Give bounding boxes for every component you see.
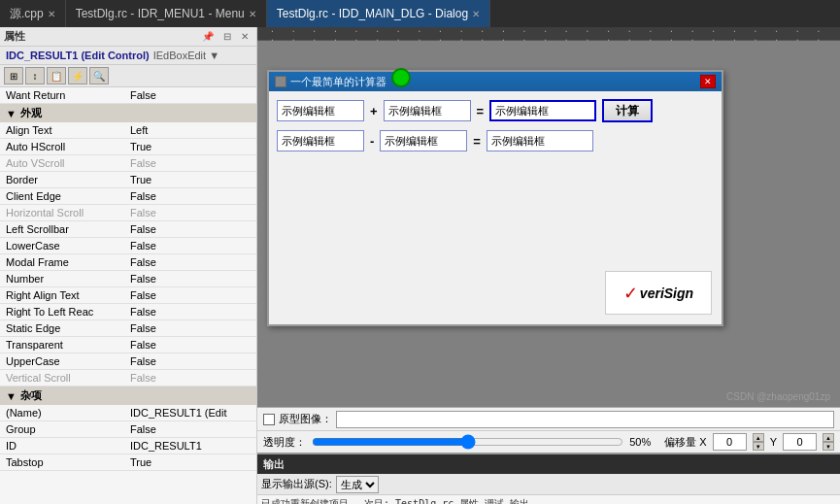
prop-transparent-value: False <box>126 337 256 353</box>
toolbar-props-btn[interactable]: 📋 <box>47 67 66 84</box>
tab-dialog[interactable]: TestDlg.rc - IDD_MAIN_DLG - Dialog ✕ <box>267 0 490 27</box>
watermark: CSDN @zhaopeng01zp <box>726 391 830 402</box>
prop-want-return[interactable]: Want Return False <box>0 87 256 104</box>
bottom-area: 原型图像： 透明度： 50% 偏移量 X ▲ ▼ Y ▲ ▼ <box>257 407 840 504</box>
prop-tabstop[interactable]: Tabstop True <box>0 454 256 471</box>
toolbar-grid-btn[interactable]: ⊞ <box>4 67 23 84</box>
dialog-box3-row1[interactable]: 示例编辑框 <box>489 100 596 121</box>
dialog-box1-row2[interactable]: 示例编辑框 <box>277 130 364 151</box>
props-toolbar: ⊞ ↕ 📋 ⚡ 🔍 <box>0 65 256 87</box>
prop-name-value: IDC_RESULT1 (Edit <box>126 405 256 420</box>
tab-dialog-label: TestDlg.rc - IDD_MAIN_DLG - Dialog <box>277 7 468 20</box>
tab-bar: 源.cpp ✕ TestDlg.rc - IDR_MENU1 - Menu ✕ … <box>0 0 840 27</box>
tab-sources-close[interactable]: ✕ <box>48 9 55 19</box>
prop-right-to-left-name: Right To Left Reac <box>0 304 126 319</box>
alpha-row: 透明度： 50% 偏移量 X ▲ ▼ Y ▲ ▼ <box>257 431 840 453</box>
prop-right-to-left[interactable]: Right To Left Reac False <box>0 304 256 320</box>
prop-static-edge-value: False <box>126 320 256 336</box>
spin-y-up[interactable]: ▲ <box>823 433 834 442</box>
prop-left-scrollbar-value: False <box>126 221 256 237</box>
toolbar-event-btn[interactable]: ⚡ <box>68 67 87 84</box>
dialog-box2-row2[interactable]: 示例编辑框 <box>380 130 467 151</box>
props-list: Want Return False ▼ 外观 Align Text Left A… <box>0 87 256 504</box>
dialog-close-btn[interactable]: ✕ <box>700 75 716 88</box>
prop-auto-vscroll[interactable]: Auto VScroll False <box>0 155 256 172</box>
prop-id[interactable]: ID IDC_RESULT1 <box>0 438 256 454</box>
offset-y-input[interactable] <box>783 433 817 451</box>
offset-x-input[interactable] <box>713 433 747 451</box>
dialog-box3-row1-text: 示例编辑框 <box>495 104 549 118</box>
spin-x-up[interactable]: ▲ <box>753 433 764 442</box>
prop-client-edge-name: Client Edge <box>0 188 126 204</box>
toolbar-search-btn[interactable]: 🔍 <box>89 67 109 84</box>
dialog-box3-row2[interactable]: 示例编辑框 <box>487 130 593 151</box>
dialog-minus-label: - <box>370 134 374 149</box>
prop-align-text[interactable]: Align Text Left <box>0 122 256 139</box>
spin-y-down[interactable]: ▼ <box>823 442 834 451</box>
prop-auto-vscroll-value: False <box>126 155 256 171</box>
prop-group[interactable]: Group False <box>0 421 256 438</box>
image-checkbox[interactable] <box>263 414 275 425</box>
prop-border-name: Border <box>0 172 126 187</box>
category-appearance-arrow: ▼ <box>6 108 17 119</box>
toolbar-sort-btn[interactable]: ↕ <box>25 67 45 84</box>
output-source-select[interactable]: 生成 <box>336 476 379 493</box>
dialog-box2-row1[interactable]: 示例编辑框 <box>384 100 471 121</box>
tab-sources[interactable]: 源.cpp ✕ <box>0 0 66 27</box>
dialog-row-2: 示例编辑框 - 示例编辑框 = 示例编辑框 <box>277 130 714 151</box>
prop-horizontal-scroll[interactable]: Horizontal Scroll False <box>0 205 256 221</box>
prop-name[interactable]: (Name) IDC_RESULT1 (Edit <box>0 405 256 421</box>
properties-panel: 属性 📌 ⊟ ✕ IDC_RESULT1 (Edit Control) IEdB… <box>0 27 257 504</box>
dialog-icon <box>275 76 286 87</box>
calc-button[interactable]: 计算 <box>602 99 653 122</box>
category-appearance[interactable]: ▼ 外观 <box>0 104 256 122</box>
prop-transparent[interactable]: Transparent False <box>0 337 256 353</box>
props-id-row: IDC_RESULT1 (Edit Control) IEdBoxEdit ▼ <box>0 47 256 65</box>
dialog-box1-row1[interactable]: 示例编辑框 <box>277 100 364 121</box>
offset-y-spin[interactable]: ▲ ▼ <box>823 433 834 451</box>
dialog-body: 示例编辑框 + 示例编辑框 = 示例编辑框 计算 <box>269 91 722 324</box>
image-input[interactable] <box>336 411 834 428</box>
prop-auto-hscroll[interactable]: Auto HScroll True <box>0 139 256 155</box>
prop-group-name: Group <box>0 421 126 437</box>
prop-align-text-name: Align Text <box>0 122 126 138</box>
prop-client-edge[interactable]: Client Edge False <box>0 188 256 205</box>
category-misc-arrow: ▼ <box>6 390 17 402</box>
offset-x-spin[interactable]: ▲ ▼ <box>753 433 764 451</box>
control-type: IEdBoxEdit ▼ <box>153 50 219 61</box>
prop-auto-vscroll-name: Auto VScroll <box>0 155 126 171</box>
prop-number[interactable]: Number False <box>0 271 256 287</box>
alpha-slider[interactable] <box>312 435 623 449</box>
prop-tabstop-value: True <box>126 454 256 470</box>
prop-border[interactable]: Border True <box>0 172 256 188</box>
props-pin-btn[interactable]: 📌 <box>198 30 218 43</box>
prop-lowercase[interactable]: LowerCase False <box>0 238 256 254</box>
prop-vertical-scroll[interactable]: Vertical Scroll False <box>0 370 256 386</box>
offset-y-label: Y <box>770 436 777 448</box>
tab-menu-close[interactable]: ✕ <box>249 9 256 19</box>
prop-static-edge[interactable]: Static Edge False <box>0 320 256 337</box>
props-header-controls: 📌 ⊟ ✕ <box>198 30 252 43</box>
prop-uppercase[interactable]: UpperCase False <box>0 353 256 370</box>
category-misc[interactable]: ▼ 杂项 <box>0 386 256 405</box>
tab-dialog-close[interactable]: ✕ <box>472 9 480 19</box>
props-float-btn[interactable]: ⊟ <box>219 30 235 43</box>
prop-group-value: False <box>126 421 256 437</box>
prop-modal-frame[interactable]: Modal Frame False <box>0 254 256 271</box>
output-source-row: 显示输出源(S): 生成 <box>257 474 840 495</box>
prop-right-align-text[interactable]: Right Align Text False <box>0 287 256 304</box>
prop-id-name: ID <box>0 438 126 454</box>
category-appearance-label: 外观 <box>20 106 42 120</box>
win-dialog: 一个最简单的计算器 ✕ 示例编辑框 + 示例编辑框 = <box>267 70 723 326</box>
dialog-title-text: 一个最简单的计算器 <box>275 75 386 89</box>
prop-vertical-scroll-value: False <box>126 370 256 386</box>
props-close-btn[interactable]: ✕ <box>237 30 252 43</box>
dialog-canvas: 一个最简单的计算器 ✕ 示例编辑框 + 示例编辑框 = <box>257 41 840 407</box>
prop-want-return-value: False <box>126 87 256 103</box>
prop-left-scrollbar[interactable]: Left Scrollbar False <box>0 221 256 238</box>
category-misc-label: 杂项 <box>20 388 42 403</box>
dialog-row-1: 示例编辑框 + 示例编辑框 = 示例编辑框 计算 <box>277 99 714 122</box>
tab-menu[interactable]: TestDlg.rc - IDR_MENU1 - Menu ✕ <box>66 0 267 27</box>
spin-x-down[interactable]: ▼ <box>753 442 764 451</box>
dialog-box3-row2-text: 示例编辑框 <box>491 134 545 149</box>
